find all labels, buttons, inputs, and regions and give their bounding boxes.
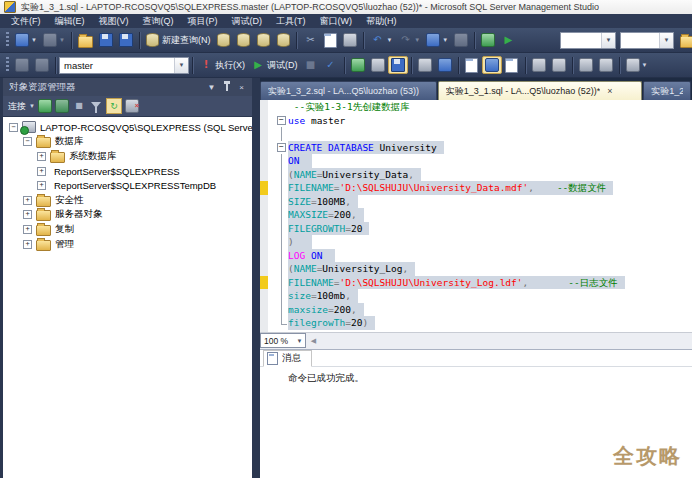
toolbar-button-debug[interactable]: ▶调试(D) bbox=[248, 56, 301, 74]
code-line[interactable]: FILEGROWTH=20 bbox=[260, 222, 692, 236]
tree-item[interactable]: +安全性 bbox=[3, 193, 252, 208]
toolbar-button-results-to-grid[interactable] bbox=[482, 56, 502, 74]
code-line[interactable]: filegrowTh=20) bbox=[260, 316, 692, 330]
toolbar-button-client-statistics[interactable] bbox=[435, 56, 455, 74]
chevron-down-icon[interactable]: ▼ bbox=[659, 33, 673, 48]
collapse-region-icon[interactable]: − bbox=[277, 143, 286, 152]
toolbar-button-analysis-services-mdx-query[interactable] bbox=[233, 31, 253, 49]
toolbar-button-undo[interactable]: ↶▼ bbox=[367, 31, 395, 49]
toolbar-button-activity-monitor[interactable] bbox=[478, 31, 498, 49]
tree-item[interactable]: +服务器对象 bbox=[3, 208, 252, 223]
expand-icon[interactable]: + bbox=[23, 240, 32, 249]
code-line[interactable]: FILENAME='D:\SQLSHUJU\University_Data.md… bbox=[260, 181, 692, 195]
expand-icon[interactable]: + bbox=[23, 225, 32, 234]
refresh-icon[interactable]: ↻ bbox=[106, 98, 122, 114]
chevron-down-icon[interactable]: ▼ bbox=[31, 37, 37, 43]
collapse-region-icon[interactable]: − bbox=[277, 116, 286, 125]
expand-icon[interactable]: + bbox=[23, 196, 32, 205]
toolbar-button-results-to-file[interactable] bbox=[502, 56, 522, 74]
toolbar-button-sqlcmd-mode[interactable] bbox=[415, 56, 435, 74]
toolbar-button-analysis-services-dmx-query[interactable] bbox=[253, 31, 273, 49]
code-line[interactable]: (NAME=University_Log, bbox=[260, 262, 692, 276]
toolbar-button-available-database-2[interactable] bbox=[32, 56, 52, 74]
code-line[interactable]: FILENAME='D:\SQLSHUJU\University_Log.ldf… bbox=[260, 276, 692, 290]
toolbar-button-decrease-indent[interactable] bbox=[576, 56, 596, 74]
toolbar-button-database-engine-query[interactable] bbox=[213, 31, 233, 49]
toolbar-button-open-file[interactable] bbox=[75, 31, 96, 50]
code-line[interactable]: (NAME=University_Data, bbox=[260, 168, 692, 182]
disconnect-icon[interactable] bbox=[55, 99, 69, 113]
chevron-down-icon[interactable]: ▼ bbox=[174, 58, 188, 73]
code-line[interactable]: −use master bbox=[260, 114, 692, 128]
toolbar-button-clipped[interactable] bbox=[677, 31, 692, 50]
code-line[interactable]: size=100mb, bbox=[260, 289, 692, 303]
code-line[interactable]: MAXSIZE=200, bbox=[260, 208, 692, 222]
toolbar-button-display-estimated-plan[interactable] bbox=[348, 56, 368, 74]
toolbar-button-save[interactable] bbox=[96, 31, 116, 49]
toolbar-button-start[interactable]: ▶ bbox=[498, 31, 518, 49]
toolbar-button-redo[interactable]: ↷▼ bbox=[395, 31, 423, 49]
collapse-icon[interactable]: − bbox=[23, 137, 32, 146]
toolbar-button-save-all[interactable] bbox=[116, 31, 136, 49]
toolbar-button-add-item[interactable]: ▼ bbox=[40, 31, 68, 49]
code-line[interactable]: ON bbox=[260, 154, 692, 168]
tree-item[interactable]: +复制 bbox=[3, 222, 252, 237]
toolbar-button-navigate-backward[interactable]: ▼ bbox=[423, 31, 451, 49]
toolbar-button-paste[interactable] bbox=[340, 31, 360, 49]
toolbar-button-available-database-1[interactable] bbox=[12, 56, 32, 74]
toolbar-button-analysis-services-xmla-query[interactable] bbox=[273, 31, 293, 49]
scroll-left-icon[interactable]: ◀ bbox=[306, 337, 321, 345]
toolbar-button-new-connection[interactable]: ▼ bbox=[12, 31, 40, 49]
chevron-down-icon[interactable]: ▼ bbox=[59, 37, 65, 43]
filter-icon[interactable] bbox=[89, 99, 103, 113]
connect-button[interactable]: 连接 bbox=[8, 100, 26, 113]
tab-messages[interactable]: 消息 bbox=[263, 350, 312, 367]
toolbar-button-stop[interactable]: ■ bbox=[301, 56, 321, 74]
tree-item[interactable]: −数据库 bbox=[3, 135, 252, 150]
pin-icon[interactable] bbox=[220, 81, 233, 94]
code-line[interactable]: --实验1-3-1先创建数据库 bbox=[260, 100, 692, 114]
expand-icon[interactable]: + bbox=[23, 210, 32, 219]
document-tab[interactable]: 实验1_3_1.sql - LA...Q5\luozhao (52))*× bbox=[438, 81, 643, 100]
chevron-down-icon[interactable]: ▼ bbox=[29, 103, 35, 109]
toolbar-button-results-to-text[interactable] bbox=[462, 56, 482, 74]
menu-item[interactable]: 帮助(H) bbox=[359, 14, 404, 28]
toolbar-button-cut[interactable]: ✂ bbox=[300, 31, 320, 49]
chevron-down-icon[interactable]: ▼ bbox=[442, 37, 448, 43]
menu-item[interactable]: 查询(Q) bbox=[136, 14, 181, 28]
close-icon[interactable]: × bbox=[235, 81, 248, 94]
code-line[interactable]: LOG ON bbox=[260, 249, 692, 263]
delete-icon[interactable]: × bbox=[125, 99, 139, 113]
connect-icon[interactable] bbox=[38, 99, 52, 113]
document-tab[interactable]: 实验1_3_2.sql - LA...Q5\luozhao (53)) bbox=[260, 81, 437, 100]
toolbar-button-query-options[interactable] bbox=[368, 56, 388, 74]
tree-item[interactable]: −LAPTOP-RCOSQVQ5\SQLEXPRESS (SQL Server … bbox=[3, 120, 252, 135]
tree-item[interactable]: +ReportServer$SQLEXPRESS bbox=[3, 164, 252, 179]
tree-item[interactable]: +管理 bbox=[3, 237, 252, 252]
database-combo[interactable]: master ▼ bbox=[59, 57, 189, 74]
menu-item[interactable]: 窗口(W) bbox=[313, 14, 360, 28]
toolbar-button-execute[interactable]: !执行(X) bbox=[196, 56, 248, 74]
code-editor[interactable]: --实验1-3-1先创建数据库−use master−CREATE DATABA… bbox=[260, 100, 692, 332]
chevron-down-icon[interactable]: ▼ bbox=[386, 37, 392, 43]
tree-item[interactable]: +ReportServer$SQLEXPRESSTempDB bbox=[3, 178, 252, 193]
code-line[interactable]: SIZE=100MB, bbox=[260, 195, 692, 209]
code-line[interactable]: ) bbox=[260, 235, 692, 249]
toolbar-button-navigate-forward[interactable] bbox=[451, 31, 471, 49]
toolbar-button-comment-selection[interactable] bbox=[529, 56, 549, 74]
code-line[interactable] bbox=[260, 127, 692, 141]
menu-item[interactable]: 文件(F) bbox=[4, 14, 48, 28]
toolbar-combo-1[interactable]: ▼ bbox=[560, 32, 616, 49]
toolbar-button-specify-template-parameters[interactable]: ▼ bbox=[623, 56, 651, 74]
menu-item[interactable]: 工具(T) bbox=[269, 14, 313, 28]
toolbar-button-new-query[interactable]: 新建查询(N) bbox=[143, 31, 214, 49]
horizontal-scrollbar[interactable] bbox=[321, 333, 692, 349]
code-line[interactable]: maxsize=200, bbox=[260, 303, 692, 317]
menu-item[interactable]: 项目(P) bbox=[181, 14, 225, 28]
document-tab[interactable]: 实验1_2.s bbox=[643, 81, 691, 100]
chevron-down-icon[interactable]: ▼ bbox=[601, 33, 615, 48]
zoom-combo[interactable]: 100 % ▼ bbox=[260, 333, 306, 348]
toolbar-button-increase-indent[interactable] bbox=[596, 56, 616, 74]
menu-item[interactable]: 调试(D) bbox=[225, 14, 270, 28]
toolbar-button-parse[interactable]: ✓ bbox=[321, 56, 341, 74]
